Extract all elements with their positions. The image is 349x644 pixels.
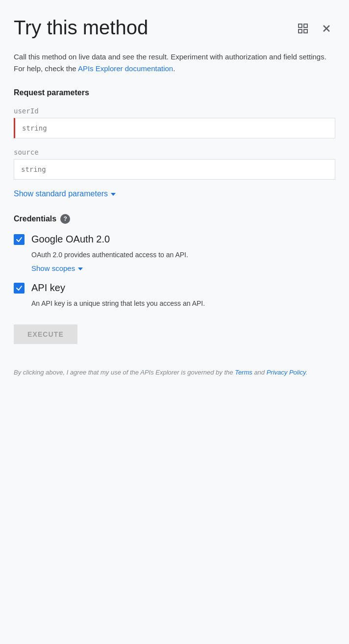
apikey-description: An API key is a unique string that lets … [31, 298, 335, 309]
svg-rect-3 [299, 29, 302, 33]
apikey-name: API key [31, 282, 65, 294]
credentials-section: Credentials ? Google OAuth 2.0 OAuth 2.0… [14, 214, 335, 309]
userid-label: userId [14, 107, 335, 115]
svg-rect-2 [304, 29, 307, 33]
oauth-description: OAuth 2.0 provides authenticated access … [31, 250, 335, 260]
apikey-credential-header: API key [14, 282, 335, 294]
privacy-policy-link[interactable]: Privacy Policy [267, 369, 306, 376]
oauth-name: Google OAuth 2.0 [31, 234, 110, 245]
terms-link[interactable]: Terms [235, 369, 252, 376]
source-input[interactable] [14, 159, 335, 180]
userid-input[interactable] [14, 118, 335, 138]
svg-rect-1 [304, 24, 307, 27]
oauth-checkbox[interactable] [14, 234, 25, 245]
close-button[interactable] [318, 20, 335, 37]
credentials-header: Credentials ? [14, 214, 335, 224]
oauth-credential-header: Google OAuth 2.0 [14, 234, 335, 245]
oauth-credential-item: Google OAuth 2.0 OAuth 2.0 provides auth… [14, 234, 335, 272]
request-parameters-title: Request parameters [14, 88, 335, 97]
request-parameters-section: Request parameters userId source Show st… [14, 88, 335, 198]
userid-field-group: userId [14, 107, 335, 138]
header-icons [294, 16, 335, 37]
panel-title: Try this method [14, 16, 294, 39]
execute-button[interactable]: EXECUTE [14, 324, 77, 344]
try-this-method-panel: Try this method Call this method on live… [0, 0, 349, 644]
terms-text: By clicking above, I agree that my use o… [14, 368, 335, 378]
source-label: source [14, 148, 335, 156]
credentials-title: Credentials [14, 215, 56, 223]
show-standard-params-button[interactable]: Show standard parameters [14, 189, 116, 198]
execute-section: EXECUTE [14, 324, 335, 356]
panel-header: Try this method [14, 16, 335, 39]
svg-rect-0 [299, 24, 302, 27]
expand-button[interactable] [294, 20, 312, 37]
show-scopes-button[interactable]: Show scopes [31, 264, 83, 272]
chevron-down-icon [111, 193, 116, 196]
panel-description: Call this method on live data and see th… [14, 51, 335, 75]
apikey-credential-item: API key An API key is a unique string th… [14, 282, 335, 309]
credentials-help-icon[interactable]: ? [60, 214, 70, 224]
scopes-chevron-down-icon [78, 268, 83, 270]
apis-explorer-link[interactable]: APIs Explorer documentation [78, 64, 173, 73]
apikey-checkbox[interactable] [14, 283, 25, 294]
source-field-group: source [14, 148, 335, 180]
